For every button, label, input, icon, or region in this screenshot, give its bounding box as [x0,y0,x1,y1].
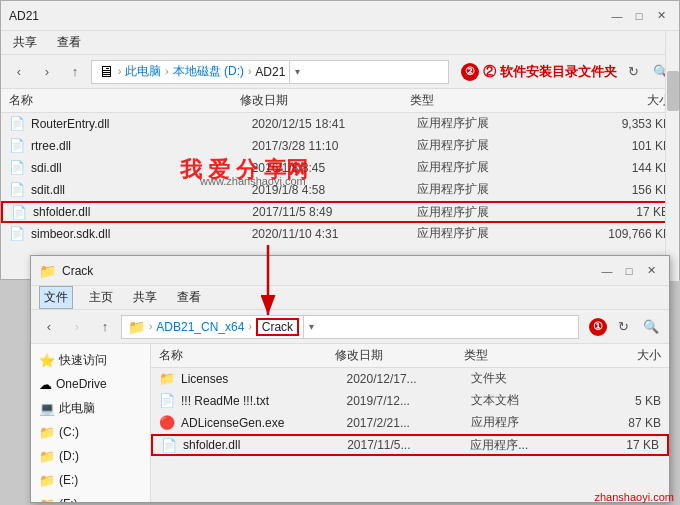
file-type: 文件夹 [471,370,595,387]
sidebar: ⭐ 快速访问 ☁ OneDrive 💻 此电脑 📁 (C:) 📁 (D:) 📁 … [31,344,151,502]
sidebar-label: (E:) [59,473,78,487]
col-date-header[interactable]: 修改日期 [240,92,410,109]
file-icon: 📄 [9,116,27,131]
file-date: 2017/11/5... [347,438,470,452]
bottom-window-controls: — □ ✕ [597,261,661,281]
sidebar-item[interactable]: ☁ OneDrive [31,372,150,396]
refresh-btn[interactable]: ↻ [621,60,645,84]
top-file-row[interactable]: 📄 sdi.dll 2016/1/8 8:45 应用程序扩展 144 KB [1,157,679,179]
top-window-title: AD21 [9,9,39,23]
top-file-row[interactable]: 📄 simbeor.sdk.dll 2020/11/10 4:31 应用程序扩展… [1,223,679,245]
file-icon: 📁 [159,371,177,386]
file-type: 应用程序扩展 [417,204,581,221]
bottom-col-type[interactable]: 类型 [464,347,593,364]
sidebar-label: 此电脑 [59,400,95,417]
tab-file[interactable]: 文件 [39,286,73,309]
sidebar-item[interactable]: 📁 (C:) [31,420,150,444]
top-file-row[interactable]: 📄 shfolder.dll 2017/11/5 8:49 应用程序扩展 17 … [1,201,679,223]
file-icon: 🔴 [159,415,177,430]
sidebar-label: (F:) [59,497,78,502]
pc-icon: 🖥 [98,63,114,81]
file-date: 2017/2/21... [347,416,471,430]
sidebar-icon: 📁 [39,425,55,440]
sidebar-label: 快速访问 [59,352,107,369]
top-scrollbar[interactable] [665,31,679,281]
bottom-minimize-button[interactable]: — [597,261,617,281]
file-date: 2017/11/5 8:49 [252,205,416,219]
scrollbar-thumb[interactable] [667,71,679,111]
top-file-row[interactable]: 📄 RouterEntry.dll 2020/12/15 18:41 应用程序扩… [1,113,679,135]
maximize-button[interactable]: □ [629,6,649,26]
bottom-file-row[interactable]: 🔴 ADLicenseGen.exe 2017/2/21... 应用程序 87 … [151,412,669,434]
file-type: 应用程序 [471,414,595,431]
file-type: 应用程序扩展 [417,225,583,242]
file-name: shfolder.dll [33,205,252,219]
bottom-col-date[interactable]: 修改日期 [335,347,464,364]
sidebar-item[interactable]: 📁 (E:) [31,468,150,492]
nav-up[interactable]: ↑ [63,60,87,84]
top-file-row[interactable]: 📄 sdit.dll 2019/1/8 4:58 应用程序扩展 156 KB [1,179,679,201]
file-icon: 📄 [9,226,27,241]
file-size: 101 KB [583,139,671,153]
bottom-title-area: 📁 Crack [39,263,93,279]
bottom-breadcrumb: 📁 › ADB21_CN_x64 › Crack ▾ [121,315,579,339]
top-breadcrumb: 🖥 › 此电脑 › 本地磁盘 (D:) › AD21 ▾ [91,60,449,84]
bottom-file-row[interactable]: 📄 shfolder.dll 2017/11/5... 应用程序... 17 K… [151,434,669,456]
watermark-url: www.zhanshaoyi.com [200,175,306,187]
sidebar-label: OneDrive [56,377,107,391]
file-name: shfolder.dll [183,438,347,452]
bottom-col-size[interactable]: 大小 [592,347,661,364]
bottom-breadcrumb-parent[interactable]: ADB21_CN_x64 [156,320,244,334]
bottom-search-btn[interactable]: 🔍 [639,315,663,339]
top-file-row[interactable]: 📄 rtree.dll 2017/3/28 11:10 应用程序扩展 101 K… [1,135,679,157]
bottom-nav-up[interactable]: ↑ [93,315,117,339]
breadcrumb-drive[interactable]: 本地磁盘 (D:) [173,63,244,80]
col-type-header[interactable]: 类型 [410,92,580,109]
bottom-refresh-btn[interactable]: ↻ [611,315,635,339]
bottom-window-title: Crack [62,264,93,278]
breadcrumb-folder: AD21 [255,65,285,79]
col-name-header[interactable]: 名称 [9,92,240,109]
sidebar-icon: 📁 [39,497,55,503]
breadcrumb-dropdown[interactable]: ▾ [289,60,305,84]
minimize-button[interactable]: — [607,6,627,26]
bottom-nav-back[interactable]: ‹ [37,315,61,339]
file-type: 应用程序扩展 [417,159,583,176]
badge-area: ② ② 软件安装目录文件夹 [457,63,617,81]
breadcrumb-root[interactable]: 此电脑 [125,63,161,80]
top-window: AD21 — □ ✕ 共享 查看 ‹ › ↑ 🖥 › 此电脑 › 本地磁盘 (D… [0,0,680,280]
file-type: 应用程序扩展 [417,137,583,154]
file-name: ADLicenseGen.exe [181,416,347,430]
tab-share[interactable]: 共享 [129,287,161,308]
file-icon: 📄 [159,393,177,408]
col-size-header[interactable]: 大小 [580,92,671,109]
nav-forward[interactable]: › [35,60,59,84]
tab-view[interactable]: 查看 [173,287,205,308]
file-size: 9,353 KB [583,117,671,131]
sidebar-item[interactable]: 📁 (D:) [31,444,150,468]
file-size: 17 KB [593,438,659,452]
bottom-nav-forward[interactable]: › [65,315,89,339]
bottom-breadcrumb-dropdown[interactable]: ▾ [303,315,319,339]
sidebar-label: (C:) [59,425,79,439]
sidebar-item[interactable]: ⭐ 快速访问 [31,348,150,372]
bottom-close-button[interactable]: ✕ [641,261,661,281]
bottom-col-name[interactable]: 名称 [159,347,335,364]
bottom-maximize-button[interactable]: □ [619,261,639,281]
main-panel: 名称 修改日期 类型 大小 📁 Licenses 2020/12/17... 文… [151,344,669,502]
file-name: RouterEntry.dll [31,117,252,131]
bottom-folder-icon: 📁 [128,319,145,335]
nav-back[interactable]: ‹ [7,60,31,84]
bottom-file-row[interactable]: 📄 !!! ReadMe !!!.txt 2019/7/12... 文本文档 5… [151,390,669,412]
close-button[interactable]: ✕ [651,6,671,26]
file-size: 156 KB [583,183,671,197]
bottom-file-row[interactable]: 📁 Licenses 2020/12/17... 文件夹 [151,368,669,390]
menu-view[interactable]: 查看 [53,32,85,53]
file-date: 2020/12/15 18:41 [252,117,418,131]
sidebar-item[interactable]: 📁 (F:) [31,492,150,502]
sidebar-item[interactable]: 💻 此电脑 [31,396,150,420]
tab-home[interactable]: 主页 [85,287,117,308]
top-address-bar: ‹ › ↑ 🖥 › 此电脑 › 本地磁盘 (D:) › AD21 ▾ ② ② 软… [1,55,679,89]
sidebar-icon: ☁ [39,377,52,392]
menu-share[interactable]: 共享 [9,32,41,53]
